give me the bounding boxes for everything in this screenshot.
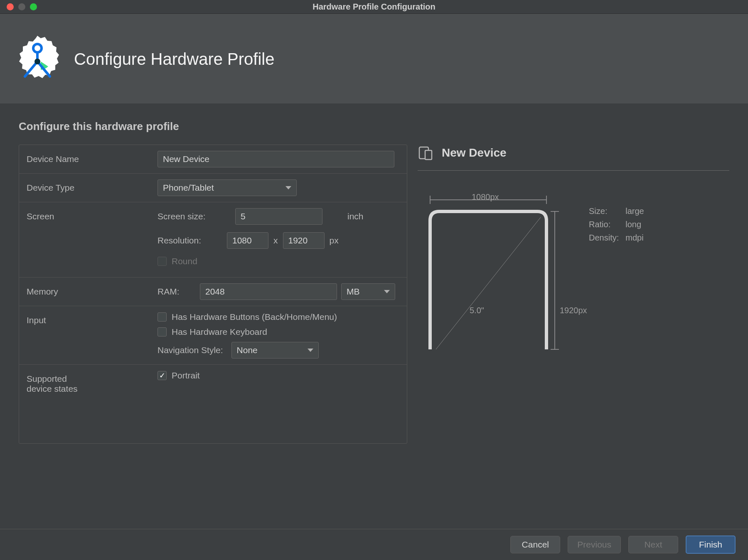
form-panel: Device Name Device Type Phone/Tablet Scr… xyxy=(19,145,407,444)
footer: Cancel Previous Next Finish xyxy=(0,529,748,560)
preview-panel: New Device 1080px 1 xyxy=(418,145,729,444)
next-button: Next xyxy=(628,536,678,553)
size-stat-label: Size: xyxy=(589,205,625,217)
header: Configure Hardware Profile xyxy=(0,14,748,103)
chevron-down-icon xyxy=(384,290,390,293)
hw-keyboard-label: Has Hardware Keyboard xyxy=(172,327,267,337)
section-subtitle: Configure this hardware profile xyxy=(19,120,729,133)
android-studio-logo-icon xyxy=(12,34,62,84)
device-type-value: Phone/Tablet xyxy=(163,183,214,193)
device-type-label: Device Type xyxy=(27,179,157,193)
resolution-separator: x xyxy=(273,236,278,246)
preview-stats: Size: large Ratio: long Density: mdpi xyxy=(588,204,645,245)
nav-style-value: None xyxy=(237,345,258,355)
titlebar: Hardware Profile Configuration xyxy=(0,0,748,14)
chevron-down-icon xyxy=(285,186,291,189)
preview-title: New Device xyxy=(442,146,507,160)
hw-keyboard-checkbox[interactable]: Has Hardware Keyboard xyxy=(157,327,399,337)
input-label: Input xyxy=(27,312,157,325)
checkbox-icon xyxy=(157,257,167,266)
screen-size-label: Screen size: xyxy=(157,211,230,221)
finish-button[interactable]: Finish xyxy=(686,535,736,554)
ratio-stat-label: Ratio: xyxy=(589,218,625,231)
cancel-button[interactable]: Cancel xyxy=(510,536,560,553)
density-stat-label: Density: xyxy=(589,231,625,244)
ram-unit-select[interactable]: MB xyxy=(341,283,395,300)
ram-label: RAM: xyxy=(157,287,195,297)
width-label: 1080px xyxy=(472,192,499,202)
previous-button: Previous xyxy=(568,536,621,553)
device-name-label: Device Name xyxy=(27,151,157,164)
resolution-label: Resolution: xyxy=(157,236,222,246)
memory-label: Memory xyxy=(27,283,157,297)
nav-style-label: Navigation Style: xyxy=(157,345,223,355)
screen-size-unit: inch xyxy=(347,211,364,221)
devices-icon xyxy=(418,145,434,161)
svg-rect-6 xyxy=(425,150,432,160)
round-checkbox: Round xyxy=(157,256,197,266)
resolution-height-input[interactable] xyxy=(283,232,325,249)
size-stat-value: large xyxy=(625,205,644,217)
ram-unit-value: MB xyxy=(347,287,360,297)
round-label: Round xyxy=(172,256,197,266)
screen-size-input[interactable] xyxy=(235,208,322,225)
screen-label: Screen xyxy=(27,208,157,221)
page-title: Configure Hardware Profile xyxy=(74,50,274,69)
hw-buttons-label: Has Hardware Buttons (Back/Home/Menu) xyxy=(172,312,337,322)
ratio-stat-value: long xyxy=(625,218,644,231)
hw-buttons-checkbox[interactable]: Has Hardware Buttons (Back/Home/Menu) xyxy=(157,312,399,322)
resolution-width-input[interactable] xyxy=(227,232,268,249)
supported-states-label: Supported device states xyxy=(27,371,157,394)
checkbox-icon xyxy=(157,312,167,322)
checkbox-icon xyxy=(157,327,167,336)
chevron-down-icon xyxy=(308,349,313,352)
svg-line-13 xyxy=(436,217,541,349)
window-title: Hardware Profile Configuration xyxy=(0,2,748,12)
svg-point-4 xyxy=(34,59,40,64)
portrait-label: Portrait xyxy=(172,371,200,381)
density-stat-value: mdpi xyxy=(625,231,644,244)
nav-style-select[interactable]: None xyxy=(231,342,319,359)
resolution-unit: px xyxy=(330,236,339,246)
checkbox-checked-icon xyxy=(157,371,167,380)
device-diagram: 1080px 1920px 5.0" Size: large Ratio: lo… xyxy=(418,192,617,349)
height-label: 1920px xyxy=(560,306,587,315)
ram-input[interactable] xyxy=(200,283,337,300)
device-name-input[interactable] xyxy=(157,151,394,167)
diagonal-label: 5.0" xyxy=(470,306,484,315)
device-type-select[interactable]: Phone/Tablet xyxy=(157,179,297,196)
portrait-checkbox[interactable]: Portrait xyxy=(157,371,399,381)
